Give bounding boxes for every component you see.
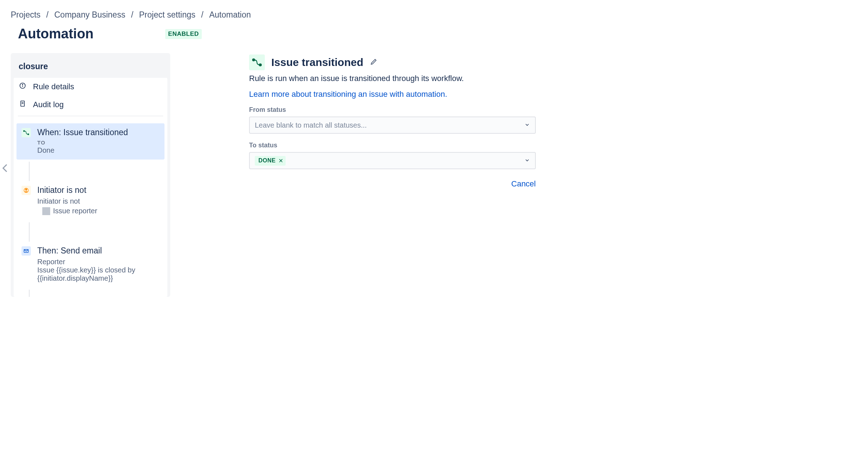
mail-icon [22,246,31,256]
chevron-down-icon [524,157,530,165]
nav-rule-details-label: Rule details [33,82,74,91]
svg-point-9 [25,189,27,190]
detail-description: Rule is run when an issue is transitione… [249,74,536,83]
rule-name: closure [11,58,170,78]
rule-panel: closure Rule details Audit log [11,53,170,297]
divider [18,116,163,116]
connector-line [29,290,29,297]
step-trigger[interactable]: When: Issue transitioned TO Done [16,123,164,160]
edit-icon[interactable] [370,58,378,67]
svg-point-6 [24,130,25,132]
to-status-label: To status [249,142,536,149]
detail-title: Issue transitioned [271,56,363,68]
breadcrumb-company[interactable]: Company Business [54,10,125,20]
title-row: Automation ENABLED [11,26,857,42]
breadcrumb: Projects / Company Business / Project se… [11,10,857,20]
from-status-placeholder: Leave blank to match all statuses... [255,121,367,129]
transition-icon [249,54,265,70]
connector-line [29,222,29,242]
svg-point-11 [253,59,255,61]
rule-nav: Rule details Audit log When: Issue trans… [14,78,167,297]
to-status-select[interactable]: DONE ✕ [249,152,536,169]
chevron-down-icon [524,121,530,129]
step-condition-line1: Initiator is not [37,197,161,205]
remove-tag-icon[interactable]: ✕ [278,157,283,164]
svg-point-7 [28,134,29,135]
from-status-label: From status [249,106,536,114]
step-action-title: Then: Send email [37,246,102,256]
learn-more-link[interactable]: Learn more about transitioning an issue … [249,90,447,99]
step-condition[interactable]: Initiator is not Initiator is not Issue … [16,181,164,220]
status-tag-done: DONE ✕ [255,156,286,166]
step-action-line1: Reporter [37,258,161,266]
status-tag-label: DONE [258,157,276,164]
from-status-select[interactable]: Leave blank to match all statuses... [249,117,536,134]
info-icon [19,82,27,91]
detail-panel: Issue transitioned Rule is run when an i… [249,53,536,297]
svg-point-2 [22,84,23,85]
step-trigger-to-value: Done [37,146,161,155]
rule-steps: When: Issue transitioned TO Done Initiat… [14,123,167,297]
separator-icon: / [131,10,133,20]
transition-icon [22,128,31,137]
page-title: Automation [18,26,94,42]
cancel-button[interactable]: Cancel [249,179,536,189]
step-trigger-title: When: Issue transitioned [37,128,128,137]
avatar-placeholder-icon [42,207,50,215]
step-action-line2: Issue {{issue.key}} is closed by {{initi… [37,266,138,283]
breadcrumb-projects[interactable]: Projects [11,10,40,20]
nav-rule-details[interactable]: Rule details [14,78,167,96]
step-trigger-to-label: TO [37,139,161,146]
nav-audit-log-label: Audit log [33,100,64,109]
svg-point-12 [259,64,261,66]
breadcrumb-settings[interactable]: Project settings [139,10,195,20]
separator-icon: / [46,10,48,20]
nav-audit-log[interactable]: Audit log [14,96,167,114]
status-badge: ENABLED [165,29,202,39]
separator-icon: / [201,10,203,20]
back-chevron-icon[interactable] [0,161,11,177]
step-condition-title: Initiator is not [37,185,86,195]
user-icon [22,186,31,195]
step-action[interactable]: Then: Send email Reporter Issue {{issue.… [16,242,164,288]
step-condition-reporter: Issue reporter [53,207,97,215]
breadcrumb-automation[interactable]: Automation [209,10,251,20]
document-icon [19,100,27,109]
connector-line [29,162,29,181]
